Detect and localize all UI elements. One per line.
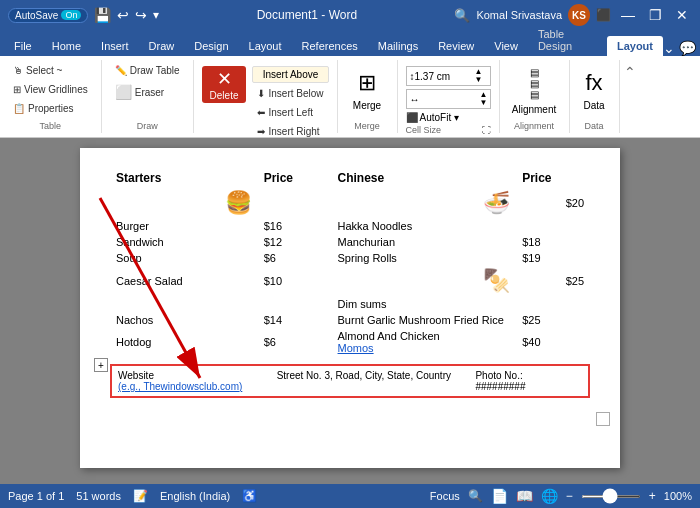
- table-row: Caesar Salad $10 🍢 $25: [110, 266, 590, 296]
- alignment-group-label: Alignment: [514, 119, 554, 131]
- tab-layout-active[interactable]: Layout: [607, 36, 663, 56]
- properties-icon: 📋: [13, 103, 25, 114]
- tab-layout[interactable]: Layout: [239, 36, 292, 56]
- alignment-button[interactable]: Alignment: [512, 104, 556, 115]
- insert-below-icon: ⬇: [257, 88, 265, 99]
- ribbon-expand-icon[interactable]: ⌃: [624, 64, 636, 80]
- save-icon[interactable]: 💾: [94, 7, 111, 23]
- tab-table-design[interactable]: Table Design: [528, 24, 607, 56]
- tab-design[interactable]: Design: [184, 36, 238, 56]
- doc-title: Document1 - Word: [159, 8, 454, 22]
- data-group-label: Data: [585, 119, 604, 131]
- comments-icon[interactable]: 💬: [679, 40, 696, 56]
- height-input[interactable]: [415, 71, 475, 82]
- merge-cells-icon: ⊞: [358, 70, 376, 96]
- zoom-out-icon[interactable]: −: [566, 489, 573, 503]
- tab-home[interactable]: Home: [42, 36, 91, 56]
- insert-left-button[interactable]: ⬅ Insert Left: [252, 104, 328, 121]
- footer-address-cell: Street No. 3, Road, City, State, Country: [271, 365, 470, 397]
- close-button[interactable]: ✕: [672, 7, 692, 23]
- zoom-slider[interactable]: [581, 495, 641, 498]
- item-starters-icon: 🍔: [110, 188, 258, 218]
- tab-references[interactable]: References: [292, 36, 368, 56]
- tab-file[interactable]: File: [4, 36, 42, 56]
- properties-button[interactable]: 📋 Properties: [8, 100, 79, 117]
- autofit-button[interactable]: ⬛ AutoFit ▾: [406, 112, 459, 123]
- price-header-2: Price: [516, 168, 590, 188]
- user-avatar[interactable]: KS: [568, 4, 590, 26]
- autofit-icon: ⬛: [406, 112, 418, 123]
- width-down-btn[interactable]: ▼: [480, 99, 488, 107]
- starters-header: Starters: [110, 168, 258, 188]
- draw-table-icon: ✏️: [115, 65, 127, 76]
- table-row: Nachos $14 Burnt Garlic Mushroom Fried R…: [110, 312, 590, 328]
- item-chinese-icon: 🍜: [332, 188, 517, 218]
- focus-icon[interactable]: 🔍: [468, 489, 483, 503]
- redo-icon[interactable]: ↪: [135, 7, 147, 23]
- insert-below-button[interactable]: ⬇ Insert Below: [252, 85, 328, 102]
- ribbon-toggle-icon[interactable]: ⬛: [596, 8, 611, 22]
- accessibility-icon[interactable]: ♿: [242, 489, 257, 503]
- ribbon-group-alignment: ▤▤▤ Alignment Alignment: [500, 60, 570, 133]
- height-down-btn[interactable]: ▼: [475, 76, 483, 84]
- title-bar-right: 🔍 Komal Srivastava KS ⬛ — ❐ ✕: [454, 4, 692, 26]
- price-header-1: Price: [258, 168, 332, 188]
- footer-checkbox[interactable]: [596, 412, 610, 426]
- view-mode-web-icon[interactable]: 🌐: [541, 488, 558, 504]
- undo-icon[interactable]: ↩: [117, 7, 129, 23]
- alignment-icon: ▤▤▤: [530, 67, 539, 100]
- tab-mailings[interactable]: Mailings: [368, 36, 428, 56]
- insert-above-button[interactable]: Insert Above: [252, 66, 328, 83]
- tab-draw[interactable]: Draw: [139, 36, 185, 56]
- autosave-toggle[interactable]: AutoSave On: [8, 8, 88, 23]
- ribbon-options-icon[interactable]: ⌄: [663, 40, 675, 56]
- table-add-row-button[interactable]: +: [94, 358, 108, 372]
- width-input[interactable]: [420, 94, 480, 105]
- spell-check-icon[interactable]: 📝: [133, 489, 148, 503]
- width-icon: ↔: [410, 94, 420, 105]
- cell-size-expand-icon[interactable]: ⛶: [482, 125, 491, 135]
- photo-value: #########: [475, 381, 582, 392]
- status-bar: Page 1 of 1 51 words 📝 English (India) ♿…: [0, 484, 700, 508]
- tab-review[interactable]: Review: [428, 36, 484, 56]
- insert-left-icon: ⬅: [257, 107, 265, 118]
- status-left: Page 1 of 1 51 words 📝 English (India) ♿: [8, 489, 257, 503]
- tab-view[interactable]: View: [484, 36, 528, 56]
- focus-label: Focus: [430, 490, 460, 502]
- restore-button[interactable]: ❐: [645, 7, 666, 23]
- data-icon: fx: [585, 70, 602, 96]
- momos-link[interactable]: Momos: [338, 342, 374, 354]
- user-name: Komal Srivastava: [476, 9, 562, 21]
- merge-button[interactable]: Merge: [353, 100, 381, 111]
- minimize-button[interactable]: —: [617, 7, 639, 23]
- data-button[interactable]: Data: [583, 100, 604, 111]
- view-mode-read-icon[interactable]: 📖: [516, 488, 533, 504]
- zoom-in-icon[interactable]: +: [649, 489, 656, 503]
- ribbon-group-data: fx Data Data: [570, 60, 620, 133]
- dim-sums-icon: 🍢: [332, 266, 517, 296]
- search-icon[interactable]: 🔍: [454, 8, 470, 23]
- ribbon-group-table: 🖱 Select ~ ⊞ View Gridlines 📋 Properties…: [0, 60, 102, 133]
- ribbon-group-merge: ⊞ Merge Merge: [338, 60, 398, 133]
- website-link[interactable]: (e.g., Thewindowsclub.com): [118, 381, 265, 392]
- title-bar-left: AutoSave On 💾 ↩ ↪ ▾: [8, 7, 159, 23]
- view-mode-print-icon[interactable]: 📄: [491, 488, 508, 504]
- footer-table: Website (e.g., Thewindowsclub.com) Stree…: [110, 364, 590, 398]
- eraser-button[interactable]: ⬜ Eraser: [110, 81, 169, 103]
- footer-address: Street No. 3, Road, City, State, Country: [277, 370, 451, 381]
- tab-insert[interactable]: Insert: [91, 36, 139, 56]
- ribbon-collapse-area: ⌃: [620, 60, 640, 133]
- select-button[interactable]: 🖱 Select ~: [8, 62, 67, 79]
- merge-group-label: Merge: [354, 119, 380, 131]
- view-gridlines-button[interactable]: ⊞ View Gridlines: [8, 81, 93, 98]
- delete-button[interactable]: ✕ Delete: [202, 66, 247, 103]
- draw-table-button[interactable]: ✏️ Draw Table: [110, 62, 185, 79]
- grid-icon: ⊞: [13, 84, 21, 95]
- page-info: Page 1 of 1: [8, 490, 64, 502]
- table-row: Dim sums: [110, 296, 590, 312]
- zoom-percent: 100%: [664, 490, 692, 502]
- insert-right-icon: ➡: [257, 126, 265, 137]
- ribbon-group-draw: ✏️ Draw Table ⬜ Eraser Draw: [102, 60, 194, 133]
- photo-label: Photo No.:: [475, 370, 582, 381]
- ribbon-tabs: File Home Insert Draw Design Layout Refe…: [0, 30, 700, 56]
